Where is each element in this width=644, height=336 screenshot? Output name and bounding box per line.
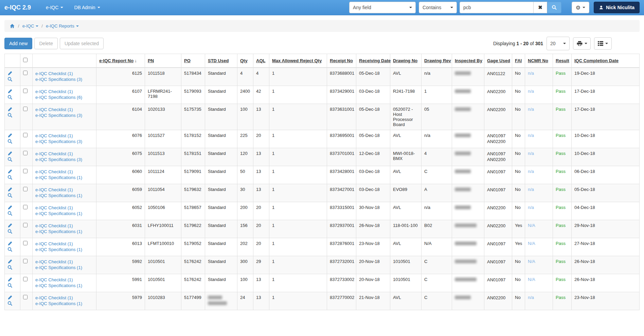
edit-icon[interactable] [7, 107, 13, 113]
row-select-checkbox[interactable] [23, 169, 28, 173]
magnifier-icon[interactable] [7, 211, 13, 217]
column-header-label[interactable]: Receiving Date [359, 58, 391, 63]
column-header-label[interactable]: Max Allowed Reject Qty [272, 58, 322, 63]
breadcrumb-eiqc-reports[interactable]: e-IQC Reports [46, 23, 79, 29]
specifications-link[interactable]: e-IQC Specifications (1) [35, 193, 93, 198]
print-menu-button[interactable] [573, 37, 591, 50]
checklist-link[interactable]: e-IQC Checklist (1) [35, 259, 93, 265]
column-header-label[interactable]: Result [556, 58, 569, 63]
edit-icon[interactable] [7, 259, 13, 265]
edit-icon[interactable] [7, 89, 13, 95]
edit-icon[interactable] [7, 169, 13, 175]
specifications-link[interactable]: e-IQC Specifications (1) [35, 247, 93, 252]
magnifier-icon[interactable] [7, 77, 13, 83]
ncmr-link[interactable]: n/a [528, 205, 534, 210]
edit-icon[interactable] [7, 151, 13, 157]
row-select-checkbox[interactable] [23, 259, 28, 263]
column-header-label[interactable]: e-IQC Report No [99, 58, 133, 63]
column-header-label[interactable]: Gage Used [487, 58, 510, 63]
settings-button[interactable]: ⚙ [572, 2, 589, 13]
magnifier-icon[interactable] [7, 95, 13, 101]
ncmr-link[interactable]: N/A [528, 241, 535, 246]
checklist-link[interactable]: e-IQC Checklist (1) [35, 151, 93, 157]
specifications-link[interactable]: e-IQC Specifications (1) [35, 211, 93, 216]
ncmr-link[interactable]: n/a [528, 295, 534, 300]
ncmr-link[interactable]: n/a [528, 107, 534, 112]
app-brand[interactable]: e-IQC 2.9 [4, 4, 31, 11]
column-header-label[interactable]: NCMR No [528, 58, 548, 63]
checklist-link[interactable]: e-IQC Checklist (1) [35, 133, 93, 139]
magnifier-icon[interactable] [7, 265, 13, 271]
row-select-checkbox[interactable] [23, 151, 28, 155]
checklist-link[interactable]: e-IQC Checklist (1) [35, 89, 93, 94]
row-select-checkbox[interactable] [23, 107, 28, 111]
magnifier-icon[interactable] [7, 193, 13, 199]
magnifier-icon[interactable] [7, 113, 13, 119]
column-header-label[interactable]: Inspected By [455, 58, 482, 63]
checklist-link[interactable]: e-IQC Checklist (1) [35, 241, 93, 247]
specifications-link[interactable]: e-IQC Specifications (3) [35, 76, 93, 82]
delete-button[interactable]: Delete [34, 38, 57, 49]
row-select-checkbox[interactable] [23, 241, 28, 245]
checklist-link[interactable]: e-IQC Checklist (1) [35, 169, 93, 175]
ncmr-link[interactable]: n/a [528, 71, 534, 76]
select-all-checkbox[interactable] [23, 58, 28, 62]
clear-search-button[interactable]: ✖ [534, 2, 547, 13]
column-header-label[interactable]: PN [148, 58, 154, 63]
row-select-checkbox[interactable] [23, 89, 28, 93]
ncmr-link[interactable]: n/a [528, 151, 534, 156]
magnifier-icon[interactable] [7, 283, 13, 289]
search-operator-select[interactable]: Contains [419, 2, 457, 13]
column-header-label[interactable]: PO [184, 58, 191, 63]
column-header-label[interactable]: STD Used [208, 58, 229, 63]
user-button[interactable]: Nick Niculita [594, 2, 640, 13]
ncmr-link[interactable]: N/A [528, 277, 535, 282]
column-header-label[interactable]: IQC Completion Date [574, 58, 619, 63]
checklist-link[interactable]: e-IQC Checklist (1) [35, 295, 93, 301]
magnifier-icon[interactable] [7, 229, 13, 235]
edit-icon[interactable] [7, 277, 13, 283]
magnifier-icon[interactable] [7, 247, 13, 253]
checklist-link[interactable]: e-IQC Checklist (1) [35, 205, 93, 211]
checklist-link[interactable]: e-IQC Checklist (1) [35, 187, 93, 193]
specifications-link[interactable]: e-IQC Specifications (6) [35, 94, 93, 100]
specifications-link[interactable]: e-IQC Specifications (1) [35, 283, 93, 288]
magnifier-icon[interactable] [7, 175, 13, 181]
column-header-label[interactable]: AQL [256, 58, 265, 63]
specifications-link[interactable]: e-IQC Specifications (3) [35, 112, 93, 118]
breadcrumb-home[interactable] [10, 23, 15, 29]
specifications-link[interactable]: e-IQC Specifications (1) [35, 175, 93, 180]
ncmr-link[interactable]: N/A [528, 259, 535, 264]
row-select-checkbox[interactable] [23, 205, 28, 209]
specifications-link[interactable]: e-IQC Specifications (1) [35, 265, 93, 270]
checklist-link[interactable]: e-IQC Checklist (1) [35, 277, 93, 283]
ncmr-link[interactable]: n/a [528, 133, 534, 138]
checklist-link[interactable]: e-IQC Checklist (1) [35, 107, 93, 112]
row-select-checkbox[interactable] [23, 277, 28, 281]
ncmr-link[interactable]: N/A [528, 223, 535, 228]
checklist-link[interactable]: e-IQC Checklist (1) [35, 71, 93, 76]
update-selected-button[interactable]: Update selected [60, 38, 104, 49]
edit-icon[interactable] [7, 133, 13, 139]
column-header-label[interactable]: Qty [240, 58, 248, 63]
column-header-label[interactable]: Receipt No [330, 58, 353, 63]
column-header-label[interactable]: FAI [515, 58, 522, 63]
column-header-label[interactable]: Drawing Rev [424, 58, 451, 63]
specifications-link[interactable]: e-IQC Specifications (3) [35, 157, 93, 162]
magnifier-icon[interactable] [7, 139, 13, 145]
search-button[interactable] [547, 2, 561, 13]
specifications-link[interactable]: e-IQC Specifications (1) [35, 301, 93, 306]
row-select-checkbox[interactable] [23, 223, 28, 227]
edit-icon[interactable] [7, 71, 13, 77]
search-field-select[interactable]: Any field [349, 2, 416, 13]
ncmr-link[interactable]: n/a [528, 187, 534, 192]
row-select-checkbox[interactable] [23, 71, 28, 75]
search-input[interactable] [460, 2, 534, 13]
specifications-link[interactable]: e-IQC Specifications (1) [35, 229, 93, 234]
columns-menu-button[interactable] [594, 37, 612, 50]
row-select-checkbox[interactable] [23, 187, 28, 191]
edit-icon[interactable] [7, 241, 13, 247]
checklist-link[interactable]: e-IQC Checklist (1) [35, 223, 93, 229]
edit-icon[interactable] [7, 295, 13, 301]
row-select-checkbox[interactable] [23, 133, 28, 137]
